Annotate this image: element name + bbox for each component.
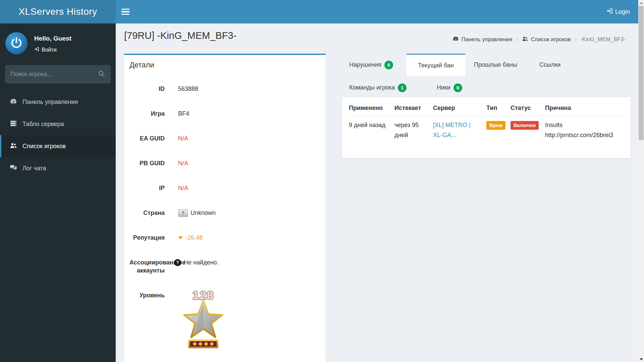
- level-number: 128: [193, 291, 214, 299]
- col-type: Тип: [483, 100, 507, 115]
- tab-player-teams[interactable]: Команды игрока 1: [349, 76, 407, 99]
- ban-status-badge: Включен: [511, 121, 539, 130]
- dashboard-icon: [452, 36, 459, 43]
- breadcrumb: Панель управления > Список игроков > -Ki…: [452, 36, 626, 43]
- field-game-value: BF4: [178, 110, 189, 118]
- breadcrumb-separator: >: [574, 37, 577, 42]
- details-panel-title: Детали: [124, 55, 326, 69]
- avatar: [5, 32, 28, 54]
- current-ban-table: Применено Истекает Сервер Тип Статус При…: [342, 97, 631, 158]
- sidebar: Hello, Guest Войти Панель управления: [0, 23, 116, 362]
- sidebar-item-scoreboard[interactable]: Табло сервера: [0, 113, 116, 135]
- sidebar-item-label: Список игроков: [22, 143, 66, 150]
- search-icon[interactable]: [98, 70, 105, 79]
- tab-current-ban[interactable]: Текущий бан: [407, 54, 465, 76]
- field-country-value: Unknown: [191, 209, 216, 217]
- violations-count-badge: 0: [384, 61, 393, 69]
- col-reason: Причина: [542, 100, 627, 115]
- arrow-up-icon: [640, 2, 643, 4]
- user-panel: Hello, Guest Войти: [0, 23, 116, 58]
- sidebar-toggle-button[interactable]: [116, 0, 135, 23]
- sidebar-item-players[interactable]: Список игроков: [0, 135, 116, 157]
- col-expires: Истекает: [391, 100, 430, 115]
- dashboard-icon: [10, 98, 17, 107]
- sidebar-item-label: Лог чата: [22, 165, 46, 172]
- field-associated-value: Не найдено.: [184, 258, 218, 266]
- field-country: Страна ? Unknown: [129, 209, 320, 217]
- sidebar-item-label: Панель управления: [22, 99, 78, 106]
- brand-logo[interactable]: XLServers History: [0, 0, 116, 23]
- login-label: Login: [615, 8, 630, 15]
- server-link[interactable]: [XL] METRO | XL-GA...: [433, 122, 471, 138]
- teams-count-badge: 1: [398, 83, 407, 92]
- users-icon: [10, 142, 17, 151]
- ban-type-badge: Врем: [486, 121, 505, 130]
- unknown-flag-icon: ?: [178, 209, 188, 217]
- field-level: Уровень 128: [129, 291, 320, 352]
- power-icon: [10, 36, 23, 51]
- field-pb-guid-value: N/A: [178, 159, 188, 167]
- sidebar-item-dashboard[interactable]: Панель управления: [0, 91, 116, 113]
- vertical-scrollbar[interactable]: [638, 0, 644, 362]
- tab-violations[interactable]: Нарушения 0: [349, 54, 393, 76]
- field-reputation-value: -26.48: [185, 234, 203, 242]
- content-header: [79RU] -KinG_MEM_BF3- Панель управления …: [116, 23, 638, 54]
- breadcrumb-current: -KinG_MEM_BF3-: [580, 36, 626, 43]
- nicknames-count-badge: 0: [453, 83, 462, 92]
- tab-nicknames[interactable]: Ники 0: [437, 76, 462, 99]
- field-ea-guid-value: N/A: [178, 134, 188, 142]
- tab-past-bans[interactable]: Прошлые баны: [474, 54, 517, 76]
- tab-links[interactable]: Ссылки: [539, 54, 560, 76]
- scrollbar-thumb[interactable]: [639, 6, 644, 140]
- field-pb-guid: PB GUID N/A: [129, 159, 320, 167]
- level-rank-badge: 128: [178, 291, 228, 352]
- topbar: XLServers History Login: [0, 0, 644, 23]
- field-id-value: 563888: [178, 85, 198, 93]
- sidebar-login-link[interactable]: Войти: [34, 47, 71, 53]
- caret-down-icon: [178, 236, 183, 239]
- ban-expires: через 95 дней: [391, 115, 430, 144]
- breadcrumb-separator: >: [516, 37, 519, 42]
- login-button[interactable]: Login: [606, 0, 630, 23]
- hamburger-icon: [121, 9, 129, 10]
- sign-in-icon: [606, 8, 613, 16]
- field-reputation: Репутация -26.48: [129, 234, 320, 242]
- search-input[interactable]: [10, 71, 98, 78]
- sidebar-menu: Панель управления Табло сервера Список и…: [0, 91, 116, 179]
- scroll-down-button[interactable]: [638, 356, 644, 362]
- ban-applied: 9 дней назад: [345, 115, 391, 144]
- field-ea-guid: EA GUID N/A: [129, 134, 320, 142]
- sign-in-icon: [34, 47, 39, 53]
- player-search: [5, 65, 111, 83]
- col-applied: Применено: [345, 100, 391, 115]
- breadcrumb-players[interactable]: Список игроков: [522, 36, 571, 43]
- greeting-text: Hello, Guest: [34, 35, 71, 42]
- table-row: 9 дней назад через 95 дней [XL] METRO | …: [345, 115, 627, 144]
- field-id: ID 563888: [129, 85, 320, 93]
- field-ip: IP N/A: [129, 184, 320, 192]
- arrow-down-icon: [640, 358, 643, 360]
- chat-icon: [10, 164, 17, 173]
- table-header-row: Применено Истекает Сервер Тип Статус При…: [345, 100, 627, 115]
- page-title: [79RU] -KinG_MEM_BF3-: [124, 30, 236, 41]
- question-circle-icon: ?: [174, 259, 181, 266]
- scroll-up-button[interactable]: [638, 0, 644, 6]
- rank-star-icon: [183, 300, 224, 352]
- users-icon: [522, 36, 528, 43]
- server-icon: [10, 120, 17, 129]
- sidebar-item-chatlog[interactable]: Лог чата: [0, 157, 116, 179]
- ban-reason: Insults http://prntscr.com/26brei3: [542, 115, 627, 144]
- sidebar-item-label: Табло сервера: [22, 121, 64, 128]
- field-game: Игра BF4: [129, 110, 320, 118]
- breadcrumb-dashboard[interactable]: Панель управления: [452, 36, 513, 43]
- col-server: Сервер: [430, 100, 483, 115]
- details-panel: Детали ID 563888 Игра BF4 EA GUID N/A PB…: [124, 54, 326, 362]
- field-associated-accounts: Ассоциированные аккаунты ? Не найдено.: [129, 258, 320, 275]
- col-status: Статус: [507, 100, 542, 115]
- field-ip-value: N/A: [178, 184, 188, 192]
- main-content: [79RU] -KinG_MEM_BF3- Панель управления …: [116, 23, 638, 362]
